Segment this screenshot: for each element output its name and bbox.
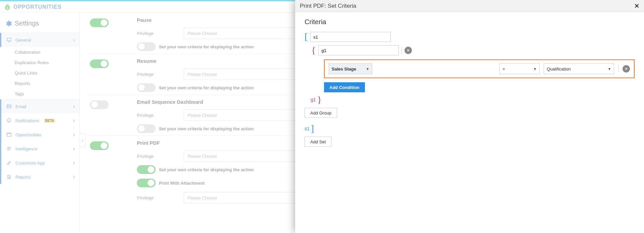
- chevron-right-icon: ›: [73, 118, 75, 124]
- sidebar-sub-tags[interactable]: Tags: [0, 89, 79, 99]
- toggle-print-pdf[interactable]: [90, 141, 109, 150]
- operator-value: =: [502, 66, 505, 72]
- sidebar-sub-collaboration[interactable]: Collaboration: [0, 47, 79, 57]
- sidebar-item-intelligence[interactable]: Intelligence ›: [0, 142, 79, 156]
- beta-badge: BETA: [44, 119, 55, 123]
- caret-down-icon: ▼: [608, 67, 611, 71]
- criteria-modal: Print PDF: Set Criteria ✕ Criteria [ { ✕…: [295, 0, 644, 233]
- sidebar-collapse-handle[interactable]: ‹: [79, 134, 86, 147]
- chevron-right-icon: ›: [73, 160, 75, 166]
- set-close: s1 ]: [305, 124, 635, 133]
- caret-down-icon: ▼: [366, 67, 369, 71]
- notifications-label: Notifications: [15, 118, 39, 123]
- sidebar-item-email[interactable]: Email ›: [0, 99, 79, 113]
- opportunities-label: Opportunities: [15, 132, 41, 137]
- group-close-label: g1: [311, 97, 316, 102]
- add-set-button[interactable]: Add Set: [305, 137, 331, 147]
- email-icon: [6, 104, 12, 109]
- email-label: Email: [15, 104, 26, 109]
- settings-heading: Settings: [0, 13, 79, 33]
- operator-dropdown[interactable]: = ▼: [499, 63, 540, 74]
- privilege-label: Privilege: [137, 154, 154, 159]
- general-label: General: [15, 38, 31, 43]
- delete-group-button[interactable]: ✕: [405, 47, 412, 54]
- group-name-input[interactable]: [318, 45, 399, 55]
- toggle-resume[interactable]: [90, 59, 109, 68]
- group-close: g1 }: [311, 95, 635, 104]
- field-dropdown[interactable]: Sales Stage ▼: [329, 63, 372, 74]
- close-icon[interactable]: ✕: [634, 2, 639, 10]
- group-open: { ✕: [311, 45, 635, 55]
- svg-rect-3: [7, 38, 11, 41]
- list-icon: [6, 146, 12, 151]
- privilege-label: Privilege: [137, 113, 154, 118]
- page-title: OPPORTUNITIES: [13, 4, 62, 10]
- brace-open-icon: {: [311, 46, 316, 55]
- set-name-input[interactable]: [310, 32, 391, 42]
- bell-icon: [6, 118, 12, 123]
- set-open: [: [305, 32, 635, 42]
- settings-label: Settings: [15, 19, 39, 27]
- criteria-label: Set your own criteria for displaying the…: [159, 85, 254, 90]
- toggle-print-with-attachment[interactable]: [137, 179, 156, 187]
- privilege-label: Privilege: [137, 195, 154, 200]
- toggle-pause[interactable]: [90, 18, 109, 27]
- delete-condition-button[interactable]: ✕: [623, 65, 630, 73]
- report-icon: [6, 174, 12, 180]
- criteria-label: Set your own criteria for displaying the…: [159, 167, 254, 172]
- svg-text:$: $: [6, 6, 8, 9]
- modal-title: Print PDF: Set Criteria: [300, 3, 356, 9]
- sidebar-item-customize-app[interactable]: Customize App ›: [0, 156, 79, 170]
- customize-label: Customize App: [15, 160, 45, 166]
- toggle-criteria-email-seq[interactable]: [137, 124, 156, 133]
- chevron-right-icon: ›: [73, 103, 75, 109]
- chevron-right-icon: ›: [73, 37, 75, 43]
- sidebar-item-reports[interactable]: Reports ›: [0, 170, 79, 184]
- field-value: Sales Stage: [332, 66, 356, 72]
- toggle-criteria-resume[interactable]: [137, 83, 156, 92]
- chevron-right-icon: ›: [73, 146, 75, 152]
- sidebar-item-general[interactable]: General ›: [0, 33, 79, 47]
- divider: [401, 47, 402, 54]
- sidebar: Settings General › Collaboration Duplica…: [0, 13, 80, 233]
- toggle-criteria-print-pdf[interactable]: [137, 165, 156, 174]
- modal-body: Criteria [ { ✕ Sales Stage ▼ = ▼ Qua: [295, 12, 644, 233]
- toggle-criteria-pause[interactable]: [137, 42, 156, 51]
- chevron-right-icon: ›: [73, 174, 75, 180]
- add-condition-button[interactable]: Add Condition: [324, 82, 365, 92]
- modal-header: Print PDF: Set Criteria ✕: [295, 0, 644, 12]
- sidebar-sub-reports[interactable]: Reports: [0, 78, 79, 89]
- value-dropdown[interactable]: Qualification ▼: [544, 63, 614, 74]
- value-value: Qualification: [547, 66, 571, 72]
- opportunities-icon: $: [3, 3, 11, 11]
- monitor-icon: [6, 37, 12, 43]
- divider: [618, 65, 619, 73]
- condition-row: Sales Stage ▼ = ▼ Qualification ▼ ✕: [324, 59, 635, 78]
- caret-down-icon: ▼: [533, 67, 537, 71]
- set-close-label: s1: [305, 126, 310, 131]
- window-icon: [6, 132, 12, 137]
- chevron-right-icon: ›: [73, 132, 75, 138]
- reports-label: Reports: [15, 175, 31, 180]
- intelligence-label: Intelligence: [15, 146, 38, 151]
- sidebar-sub-quick-links[interactable]: Quick Links: [0, 68, 79, 78]
- svg-rect-5: [7, 133, 11, 137]
- sidebar-item-notifications[interactable]: NotificationsBETA ›: [0, 113, 79, 128]
- add-group-button[interactable]: Add Group: [305, 108, 337, 118]
- sidebar-sub-duplication-rules[interactable]: Duplication Rules: [0, 57, 79, 68]
- criteria-section-title: Criteria: [305, 18, 635, 26]
- criteria-label: Set your own criteria for displaying the…: [159, 44, 254, 49]
- toggle-email-seq[interactable]: [90, 100, 109, 109]
- privilege-label: Privilege: [137, 72, 154, 77]
- criteria-label: Set your own criteria for displaying the…: [159, 126, 254, 131]
- tools-icon: [6, 160, 12, 166]
- print-attachment-label: Print With Attachment: [159, 181, 205, 186]
- brace-close-icon: }: [317, 95, 322, 104]
- sidebar-item-opportunities[interactable]: Opportunities ›: [0, 128, 79, 142]
- privilege-label: Privilege: [137, 31, 154, 36]
- bracket-open-icon: [: [305, 32, 308, 41]
- bracket-close-icon: ]: [311, 124, 314, 133]
- gear-icon: [5, 20, 12, 27]
